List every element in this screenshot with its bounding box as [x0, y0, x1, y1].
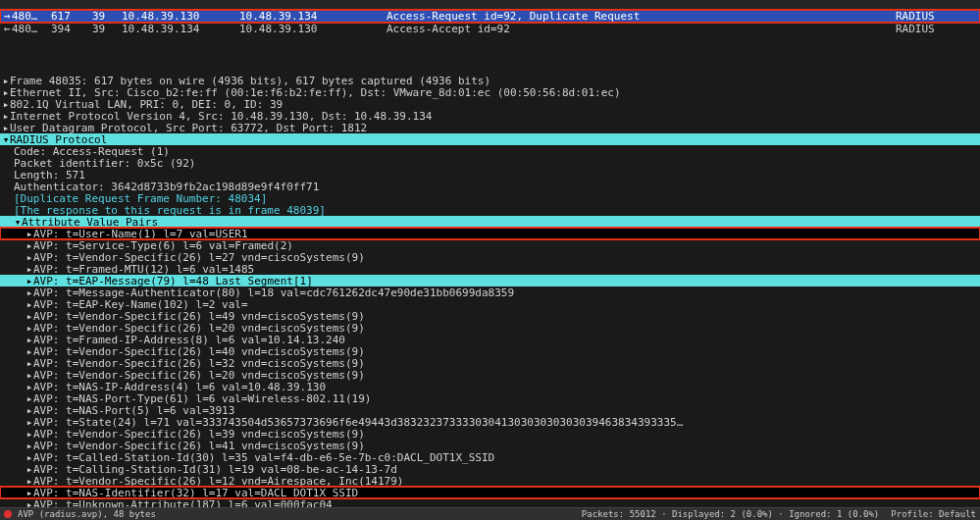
- packet-list-header: [0, 0, 980, 10]
- tree-udp[interactable]: ▸User Datagram Protocol, Src Port: 63772…: [0, 122, 980, 133]
- avp-row[interactable]: ▸AVP: t=Vendor-Specific(26) l=49 vnd=cis…: [0, 310, 980, 322]
- packet-row-selected[interactable]: → 480… 617 39 10.48.39.130 10.48.39.134 …: [0, 10, 980, 23]
- avp-row[interactable]: ▸AVP: t=Vendor-Specific(26) l=20 vnd=cis…: [0, 369, 980, 381]
- status-bar: AVP (radius.avp), 48 bytes Packets: 5501…: [0, 507, 980, 520]
- packet-list[interactable]: → 480… 617 39 10.48.39.130 10.48.39.134 …: [0, 10, 980, 35]
- direction-arrow-icon: ←: [4, 23, 12, 35]
- col-info: Access-Accept id=92: [387, 23, 896, 35]
- col-proto: RADIUS: [896, 10, 976, 23]
- radius-resp[interactable]: [The response to this request is in fram…: [0, 204, 980, 216]
- col-id: 39: [92, 10, 122, 23]
- avp-nas-identifier[interactable]: ▸AVP: t=NAS-Identifier(32) l=17 val=DACL…: [0, 487, 980, 498]
- avp-row[interactable]: ▸AVP: t=Vendor-Specific(26) l=40 vnd=cis…: [0, 345, 980, 357]
- avp-row[interactable]: ▸AVP: t=Message-Authenticator(80) l=18 v…: [0, 286, 980, 298]
- tree-ip[interactable]: ▸Internet Protocol Version 4, Src: 10.48…: [0, 110, 980, 122]
- avp-row[interactable]: ▸AVP: t=Vendor-Specific(26) l=12 vnd=Air…: [0, 475, 980, 487]
- packet-row[interactable]: ← 480… 394 39 10.48.39.134 10.48.39.130 …: [0, 23, 980, 35]
- avp-row[interactable]: ▸AVP: t=State(24) l=71 val=333743504d536…: [0, 416, 980, 428]
- avp-row[interactable]: ▸AVP: t=Vendor-Specific(26) l=20 vnd=cis…: [0, 322, 980, 334]
- status-right: Profile: Default: [891, 509, 976, 519]
- direction-arrow-icon: →: [4, 10, 12, 23]
- avp-row[interactable]: ▸AVP: t=Called-Station-Id(30) l=35 val=f…: [0, 451, 980, 463]
- col-src: 10.48.39.130: [122, 10, 239, 23]
- avp-row[interactable]: ▸AVP: t=Calling-Station-Id(31) l=19 val=…: [0, 463, 980, 475]
- avp-row[interactable]: ▸AVP: t=NAS-IP-Address(4) l=6 val=10.48.…: [0, 381, 980, 392]
- tree-eth[interactable]: ▸Ethernet II, Src: Cisco_b2:fe:ff (00:1e…: [0, 86, 980, 98]
- tree-radius[interactable]: ▾RADIUS Protocol: [0, 133, 980, 145]
- col-no: 480…: [12, 23, 51, 35]
- avp-row[interactable]: ▸AVP: t=Framed-MTU(12) l=6 val=1485: [0, 263, 980, 275]
- avp-row[interactable]: ▸AVP: t=Framed-IP-Address(8) l=6 val=10.…: [0, 334, 980, 345]
- col-no: 480…: [12, 10, 51, 23]
- tree-frame[interactable]: ▸Frame 48035: 617 bytes on wire (4936 bi…: [0, 75, 980, 86]
- tree-vlan[interactable]: ▸802.1Q Virtual LAN, PRI: 0, DEI: 0, ID:…: [0, 98, 980, 110]
- packet-details-pane[interactable]: ▸Frame 48035: 617 bytes on wire (4936 bi…: [0, 75, 980, 520]
- radius-code[interactable]: Code: Access-Request (1): [0, 145, 980, 157]
- col-time: 617: [51, 10, 92, 23]
- avp-row[interactable]: ▸AVP: t=Vendor-Specific(26) l=41 vnd=cis…: [0, 440, 980, 451]
- status-left: AVP (radius.avp), 48 bytes: [18, 509, 582, 519]
- col-info: Access-Request id=92, Duplicate Request: [387, 10, 896, 23]
- avp-user-name[interactable]: ▸AVP: t=User-Name(1) l=7 val=USER1: [0, 228, 980, 239]
- avp-row[interactable]: ▸AVP: t=NAS-Port-Type(61) l=6 val=Wirele…: [0, 392, 980, 404]
- col-proto: RADIUS: [896, 23, 976, 35]
- radius-auth[interactable]: Authenticator: 3642d8733b9fb2ac198d89e9f…: [0, 181, 980, 192]
- radius-pid[interactable]: Packet identifier: 0x5c (92): [0, 157, 980, 169]
- col-dst: 10.48.39.130: [239, 23, 387, 35]
- col-src: 10.48.39.134: [122, 23, 239, 35]
- avp-row[interactable]: ▸AVP: t=Service-Type(6) l=6 val=Framed(2…: [0, 239, 980, 251]
- avp-row[interactable]: ▸AVP: t=Vendor-Specific(26) l=39 vnd=cis…: [0, 428, 980, 440]
- avp-eap-message[interactable]: ▸AVP: t=EAP-Message(79) l=48 Last Segmen…: [0, 275, 980, 286]
- col-dst: 10.48.39.134: [239, 10, 387, 23]
- triangle-down-icon: ▾: [14, 216, 22, 229]
- col-time: 394: [51, 23, 92, 35]
- status-dot-icon: [4, 510, 12, 518]
- avp-header[interactable]: ▾Attribute Value Pairs: [0, 216, 980, 228]
- avp-row[interactable]: ▸AVP: t=Vendor-Specific(26) l=32 vnd=cis…: [0, 357, 980, 369]
- avp-row[interactable]: ▸AVP: t=EAP-Key-Name(102) l=2 val=: [0, 298, 980, 310]
- triangle-down-icon: ▾: [2, 133, 10, 146]
- status-mid: Packets: 55012 · Displayed: 2 (0.0%) · I…: [582, 509, 879, 519]
- radius-len[interactable]: Length: 571: [0, 169, 980, 181]
- avp-row[interactable]: ▸AVP: t=Vendor-Specific(26) l=27 vnd=cis…: [0, 251, 980, 263]
- radius-dup[interactable]: [Duplicate Request Frame Number: 48034]: [0, 192, 980, 204]
- avp-row[interactable]: ▸AVP: t=NAS-Port(5) l=6 val=3913: [0, 404, 980, 416]
- col-id: 39: [92, 23, 122, 35]
